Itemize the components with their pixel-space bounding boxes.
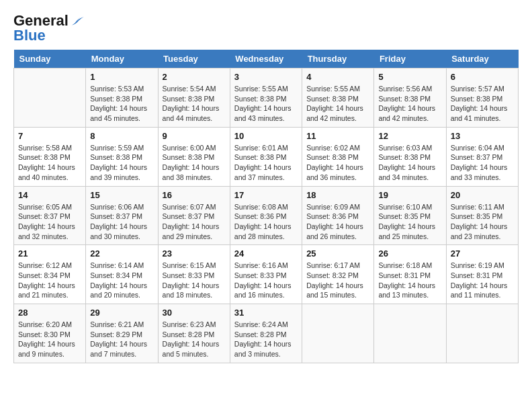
header-tuesday: Tuesday bbox=[158, 50, 230, 68]
day-info: Sunrise: 5:58 AMSunset: 8:38 PMDaylight:… bbox=[18, 143, 81, 183]
day-number: 20 bbox=[451, 190, 514, 200]
logo-blue-text: Blue bbox=[13, 28, 46, 43]
day-number: 10 bbox=[234, 131, 298, 141]
day-number: 30 bbox=[163, 308, 226, 318]
day-number: 18 bbox=[306, 190, 369, 200]
day-info: Sunrise: 6:17 AMSunset: 8:32 PMDaylight:… bbox=[306, 261, 369, 300]
day-number: 1 bbox=[90, 72, 153, 82]
calendar-table: SundayMondayTuesdayWednesdayThursdayFrid… bbox=[13, 50, 519, 363]
day-info: Sunrise: 6:05 AMSunset: 8:37 PMDaylight:… bbox=[18, 202, 81, 242]
calendar-cell: 26Sunrise: 6:18 AMSunset: 8:31 PMDayligh… bbox=[374, 245, 446, 304]
day-info: Sunrise: 6:07 AMSunset: 8:37 PMDaylight:… bbox=[163, 202, 226, 242]
calendar-cell: 31Sunrise: 6:24 AMSunset: 8:28 PMDayligh… bbox=[230, 304, 302, 363]
day-number: 5 bbox=[378, 72, 441, 82]
calendar-cell: 4Sunrise: 5:55 AMSunset: 8:38 PMDaylight… bbox=[302, 68, 374, 128]
day-info: Sunrise: 6:09 AMSunset: 8:36 PMDaylight:… bbox=[306, 202, 369, 242]
day-info: Sunrise: 5:56 AMSunset: 8:38 PMDaylight:… bbox=[378, 84, 441, 124]
day-number: 31 bbox=[234, 308, 298, 318]
day-info: Sunrise: 6:21 AMSunset: 8:29 PMDaylight:… bbox=[90, 320, 153, 359]
calendar-cell bbox=[446, 304, 518, 363]
header-wednesday: Wednesday bbox=[230, 50, 302, 68]
day-info: Sunrise: 6:12 AMSunset: 8:34 PMDaylight:… bbox=[18, 261, 81, 300]
day-number: 23 bbox=[163, 248, 226, 259]
day-number: 12 bbox=[378, 131, 441, 141]
day-number: 29 bbox=[90, 308, 153, 318]
calendar-cell: 8Sunrise: 5:59 AMSunset: 8:38 PMDaylight… bbox=[86, 127, 158, 186]
header-thursday: Thursday bbox=[302, 50, 374, 68]
header-sunday: Sunday bbox=[14, 50, 86, 68]
day-number: 27 bbox=[451, 248, 514, 259]
day-info: Sunrise: 6:10 AMSunset: 8:35 PMDaylight:… bbox=[378, 202, 441, 242]
header-monday: Monday bbox=[86, 50, 158, 68]
day-number: 26 bbox=[378, 248, 441, 259]
day-info: Sunrise: 6:06 AMSunset: 8:37 PMDaylight:… bbox=[90, 202, 153, 242]
day-info: Sunrise: 6:11 AMSunset: 8:35 PMDaylight:… bbox=[451, 202, 514, 242]
day-number: 6 bbox=[451, 72, 514, 82]
calendar-cell: 18Sunrise: 6:09 AMSunset: 8:36 PMDayligh… bbox=[302, 186, 374, 245]
calendar-week-row: 1Sunrise: 5:53 AMSunset: 8:38 PMDaylight… bbox=[14, 68, 519, 128]
calendar-cell: 23Sunrise: 6:15 AMSunset: 8:33 PMDayligh… bbox=[158, 245, 230, 304]
header-saturday: Saturday bbox=[446, 50, 518, 68]
day-number: 22 bbox=[90, 248, 153, 259]
calendar-cell: 20Sunrise: 6:11 AMSunset: 8:35 PMDayligh… bbox=[446, 186, 518, 245]
calendar-week-row: 28Sunrise: 6:20 AMSunset: 8:30 PMDayligh… bbox=[14, 304, 519, 363]
calendar-header-row: SundayMondayTuesdayWednesdayThursdayFrid… bbox=[14, 50, 519, 68]
day-info: Sunrise: 6:18 AMSunset: 8:31 PMDaylight:… bbox=[378, 261, 441, 300]
calendar-cell: 30Sunrise: 6:23 AMSunset: 8:28 PMDayligh… bbox=[158, 304, 230, 363]
day-info: Sunrise: 5:59 AMSunset: 8:38 PMDaylight:… bbox=[90, 143, 153, 183]
day-number: 8 bbox=[90, 131, 153, 141]
calendar-cell: 11Sunrise: 6:02 AMSunset: 8:38 PMDayligh… bbox=[302, 127, 374, 186]
logo-bird-icon bbox=[71, 16, 85, 27]
calendar-cell: 9Sunrise: 6:00 AMSunset: 8:38 PMDaylight… bbox=[158, 127, 230, 186]
day-info: Sunrise: 5:55 AMSunset: 8:38 PMDaylight:… bbox=[234, 84, 298, 124]
day-info: Sunrise: 6:08 AMSunset: 8:36 PMDaylight:… bbox=[234, 202, 298, 242]
day-info: Sunrise: 6:15 AMSunset: 8:33 PMDaylight:… bbox=[163, 261, 226, 300]
calendar-cell: 28Sunrise: 6:20 AMSunset: 8:30 PMDayligh… bbox=[14, 304, 86, 363]
calendar-cell bbox=[302, 304, 374, 363]
day-number: 28 bbox=[18, 308, 81, 318]
calendar-cell: 12Sunrise: 6:03 AMSunset: 8:38 PMDayligh… bbox=[374, 127, 446, 186]
day-info: Sunrise: 6:23 AMSunset: 8:28 PMDaylight:… bbox=[163, 320, 226, 359]
calendar-cell: 25Sunrise: 6:17 AMSunset: 8:32 PMDayligh… bbox=[302, 245, 374, 304]
day-number: 7 bbox=[18, 131, 81, 141]
logo-general-text: General bbox=[13, 13, 69, 28]
calendar-cell: 3Sunrise: 5:55 AMSunset: 8:38 PMDaylight… bbox=[230, 68, 302, 128]
calendar-cell: 15Sunrise: 6:06 AMSunset: 8:37 PMDayligh… bbox=[86, 186, 158, 245]
calendar-cell: 21Sunrise: 6:12 AMSunset: 8:34 PMDayligh… bbox=[14, 245, 86, 304]
day-info: Sunrise: 6:24 AMSunset: 8:28 PMDaylight:… bbox=[234, 320, 298, 359]
logo: General Blue bbox=[13, 13, 85, 43]
calendar-cell: 13Sunrise: 6:04 AMSunset: 8:37 PMDayligh… bbox=[446, 127, 518, 186]
day-info: Sunrise: 6:14 AMSunset: 8:34 PMDaylight:… bbox=[90, 261, 153, 300]
calendar-cell: 2Sunrise: 5:54 AMSunset: 8:38 PMDaylight… bbox=[158, 68, 230, 128]
day-number: 21 bbox=[18, 248, 81, 259]
calendar-cell: 10Sunrise: 6:01 AMSunset: 8:38 PMDayligh… bbox=[230, 127, 302, 186]
day-number: 11 bbox=[306, 131, 369, 141]
day-number: 4 bbox=[306, 72, 369, 82]
calendar-cell bbox=[374, 304, 446, 363]
calendar-cell bbox=[14, 68, 86, 128]
day-number: 14 bbox=[18, 190, 81, 200]
calendar-cell: 24Sunrise: 6:16 AMSunset: 8:33 PMDayligh… bbox=[230, 245, 302, 304]
day-number: 16 bbox=[163, 190, 226, 200]
calendar-week-row: 7Sunrise: 5:58 AMSunset: 8:38 PMDaylight… bbox=[14, 127, 519, 186]
day-info: Sunrise: 6:20 AMSunset: 8:30 PMDaylight:… bbox=[18, 320, 81, 359]
day-info: Sunrise: 5:53 AMSunset: 8:38 PMDaylight:… bbox=[90, 84, 153, 124]
calendar-cell: 16Sunrise: 6:07 AMSunset: 8:37 PMDayligh… bbox=[158, 186, 230, 245]
day-info: Sunrise: 6:02 AMSunset: 8:38 PMDaylight:… bbox=[306, 143, 369, 183]
day-info: Sunrise: 6:16 AMSunset: 8:33 PMDaylight:… bbox=[234, 261, 298, 300]
day-info: Sunrise: 6:04 AMSunset: 8:37 PMDaylight:… bbox=[451, 143, 514, 183]
calendar-cell: 19Sunrise: 6:10 AMSunset: 8:35 PMDayligh… bbox=[374, 186, 446, 245]
calendar-cell: 17Sunrise: 6:08 AMSunset: 8:36 PMDayligh… bbox=[230, 186, 302, 245]
calendar-week-row: 14Sunrise: 6:05 AMSunset: 8:37 PMDayligh… bbox=[14, 186, 519, 245]
calendar-cell: 27Sunrise: 6:19 AMSunset: 8:31 PMDayligh… bbox=[446, 245, 518, 304]
header-friday: Friday bbox=[374, 50, 446, 68]
calendar-week-row: 21Sunrise: 6:12 AMSunset: 8:34 PMDayligh… bbox=[14, 245, 519, 304]
day-number: 13 bbox=[451, 131, 514, 141]
day-info: Sunrise: 6:01 AMSunset: 8:38 PMDaylight:… bbox=[234, 143, 298, 183]
day-number: 19 bbox=[378, 190, 441, 200]
calendar-cell: 29Sunrise: 6:21 AMSunset: 8:29 PMDayligh… bbox=[86, 304, 158, 363]
day-number: 3 bbox=[234, 72, 298, 82]
calendar-cell: 1Sunrise: 5:53 AMSunset: 8:38 PMDaylight… bbox=[86, 68, 158, 128]
day-number: 24 bbox=[234, 248, 298, 259]
day-info: Sunrise: 6:03 AMSunset: 8:38 PMDaylight:… bbox=[378, 143, 441, 183]
